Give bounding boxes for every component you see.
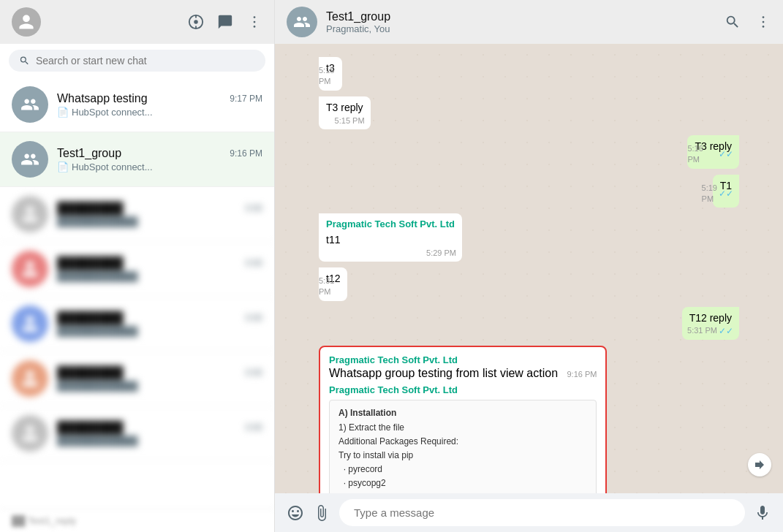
svg-point-5 — [254, 21, 256, 23]
tick-icon-t12: ✓✓ — [719, 325, 733, 338]
chat-info-blur-5: ████████ 0:00 ████████████ — [57, 421, 262, 446]
chat-preview-blur-2: ████████████ — [57, 271, 262, 282]
bubble-text-t3-reply: T3 reply — [326, 102, 363, 113]
chat-subtitle: Pragmatic, You — [326, 23, 390, 34]
bubble-time-t12-reply: 5:31 PM ✓✓ — [687, 325, 733, 338]
svg-point-1 — [194, 20, 198, 24]
chat-time-blur-1: 0:00 — [246, 203, 262, 213]
chat-avatar-test1-group — [12, 141, 48, 178]
chat-time-whatsapp-testing: 9:17 PM — [230, 94, 262, 104]
sidebar: Whatsapp testing 9:17 PM 📄 HubSpot conne… — [0, 0, 275, 532]
doc-line-3: Try to install via pip — [338, 450, 413, 460]
highlighted-msg-2: Pragmatic Tech Soft Pvt. Ltd A) Installa… — [329, 384, 597, 493]
input-area — [275, 493, 783, 532]
chat-avatar-blur-3 — [12, 305, 48, 342]
chat-info-blur-1: ████████ 0:00 ████████████ — [57, 202, 262, 227]
sidebar-footer-blur: ██ Test1_reply — [0, 509, 274, 532]
chat-item-blur-4[interactable]: ████████ 0:00 ████████████ — [0, 352, 274, 406]
svg-point-4 — [254, 16, 256, 18]
user-avatar[interactable] — [12, 7, 41, 37]
chat-area: Test1_group Pragmatic, You t3 5:15 PM T3… — [275, 0, 783, 532]
chat-preview-icon: 📄 — [57, 162, 69, 172]
highlighted-text-1: Whatsapp group testing from list view ac… — [329, 367, 558, 379]
chat-name-blur-1: ████████ — [57, 202, 124, 215]
chat-preview-blur-1: ████████████ — [57, 216, 262, 227]
chat-preview-blur-3: ████████████ — [57, 326, 262, 337]
doc-line-4: · pyrecord — [338, 464, 382, 474]
doc-title: A) Installation — [338, 408, 396, 418]
chat-header: Test1_group Pragmatic, You — [275, 0, 783, 44]
doc-preview: A) Installation 1) Extract the file Addi… — [329, 400, 597, 493]
chat-avatar-blur-4 — [12, 360, 48, 397]
msg-row-t3-reply-out: T3 reply 5:16 PM ✓✓ — [319, 135, 739, 169]
chat-time-blur-5: 0:00 — [246, 422, 262, 433]
highlighted-time-1: 9:16 PM — [567, 370, 597, 379]
bubble-t12-reply: T12 reply 5:31 PM ✓✓ — [682, 307, 739, 341]
voice-btn[interactable] — [754, 504, 771, 522]
msg-row-t1: T1 5:19 PM ✓✓ — [319, 175, 739, 208]
chat-info-blur-2: ████████ 0:00 ████████████ — [57, 256, 262, 282]
sidebar-header-icons — [188, 14, 262, 30]
svg-point-6 — [254, 26, 256, 28]
chat-name-blur-3: ████████ — [57, 311, 124, 324]
chat-list: Whatsapp testing 9:17 PM 📄 HubSpot conne… — [0, 77, 274, 509]
bubble-time-t1: 5:19 PM ✓✓ — [702, 183, 733, 205]
chat-item-test1-group[interactable]: Test1_group 9:16 PM 📄 HubSpot connect... — [0, 132, 274, 187]
tick-icon: ✓✓ — [719, 148, 733, 161]
chat-time-blur-3: 0:00 — [246, 313, 262, 323]
doc-line-2: Additional Packages Required: — [338, 436, 458, 446]
bubble-t3: t3 5:15 PM — [319, 57, 342, 91]
svg-point-9 — [763, 26, 765, 28]
chat-avatar-blur-1 — [12, 196, 48, 232]
new-chat-icon-btn[interactable] — [217, 14, 233, 30]
chat-name-blur-4: ████████ — [57, 366, 124, 379]
emoji-btn[interactable] — [287, 504, 304, 522]
tick-icon-t1: ✓✓ — [719, 188, 733, 200]
chat-search-btn[interactable] — [725, 14, 741, 30]
chat-header-info[interactable]: Test1_group Pragmatic, You — [326, 10, 390, 34]
menu-icon-btn[interactable] — [246, 14, 262, 30]
msg-row-t12: t12 5:31 PM — [319, 267, 739, 301]
svg-point-7 — [763, 16, 765, 18]
chat-preview-blur-5: ████████████ — [57, 436, 262, 446]
doc-line-5: · psycopg2 — [338, 478, 386, 488]
chat-avatar-whatsapp-testing — [12, 86, 48, 123]
search-icon — [19, 55, 30, 66]
chat-preview-text: HubSpot connect... — [72, 107, 153, 118]
chat-menu-btn[interactable] — [755, 14, 771, 30]
search-bar — [0, 44, 274, 77]
chat-name-blur-5: ████████ — [57, 421, 124, 434]
chat-preview-icon: 📄 — [57, 107, 69, 118]
chat-preview-test1-group: 📄 HubSpot connect... — [57, 162, 262, 172]
highlighted-sender-2: Pragmatic Tech Soft Pvt. Ltd — [329, 384, 597, 395]
highlighted-sender-1: Pragmatic Tech Soft Pvt. Ltd — [329, 354, 597, 365]
chat-item-blur-1[interactable]: ████████ 0:00 ████████████ — [0, 187, 274, 242]
chat-header-right — [725, 14, 771, 30]
search-input[interactable] — [36, 55, 255, 66]
chat-info-test1-group: Test1_group 9:16 PM 📄 HubSpot connect... — [57, 147, 262, 172]
chat-item-whatsapp-testing[interactable]: Whatsapp testing 9:17 PM 📄 HubSpot conne… — [0, 77, 274, 132]
chat-item-blur-3[interactable]: ████████ 0:00 ████████████ — [0, 297, 274, 352]
chat-header-avatar[interactable] — [287, 7, 317, 37]
chat-item-blur-2[interactable]: ████████ 0:00 ████████████ — [0, 242, 274, 297]
message-input[interactable] — [339, 499, 745, 526]
chat-item-blur-5[interactable]: ████████ 0:00 ████████████ — [0, 406, 274, 461]
doc-line-1: 1) Extract the file — [338, 422, 404, 433]
chat-avatar-blur-2 — [12, 251, 48, 287]
bubble-time-t3: 5:15 PM — [319, 65, 336, 88]
chat-title: Test1_group — [326, 10, 390, 23]
chat-preview-blur-4: ████████████ — [57, 381, 262, 392]
sidebar-header — [0, 0, 274, 44]
svg-point-8 — [763, 21, 765, 23]
msg-row-t3: t3 5:15 PM — [319, 57, 739, 91]
chat-header-left: Test1_group Pragmatic, You — [287, 7, 390, 37]
chat-preview-whatsapp-testing: 📄 HubSpot connect... — [57, 107, 262, 118]
bubble-t3-reply: T3 reply 5:15 PM — [319, 96, 371, 130]
forward-btn[interactable] — [748, 453, 771, 476]
bubble-t11: Pragmatic Tech Soft Pvt. Ltd t11 5:29 PM — [319, 213, 462, 262]
status-icon-btn[interactable] — [188, 14, 204, 30]
bubble-time-t3-reply-out: 5:16 PM ✓✓ — [687, 143, 733, 166]
attach-btn[interactable] — [313, 504, 330, 522]
highlighted-msg-1: Pragmatic Tech Soft Pvt. Ltd Whatsapp gr… — [329, 354, 597, 380]
bubble-text-t12-reply: T12 reply — [689, 312, 732, 324]
